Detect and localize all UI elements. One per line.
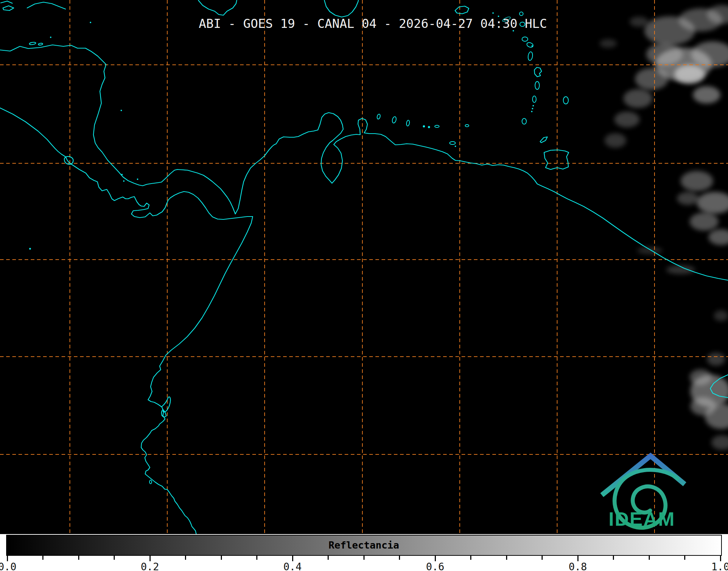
coastline: [0, 45, 728, 280]
coastline: [1, 1, 12, 3]
island-outline: [527, 51, 533, 60]
cloud-blob: [599, 39, 617, 48]
cloud-blob: [690, 213, 719, 231]
cloud-blob: [681, 171, 713, 191]
island-dot: [531, 111, 533, 112]
coastline: [324, 0, 358, 17]
island-outline: [406, 120, 410, 126]
colorbar-tick-minor: [649, 556, 650, 560]
island-outline: [533, 96, 536, 102]
colorbar-tick-major: [577, 556, 578, 561]
colorbar-footer: Reflectancia 0.00.20.40.60.81.0: [0, 534, 728, 571]
island-outline: [522, 118, 526, 124]
coastline: [0, 108, 253, 534]
cloud-blob: [646, 43, 682, 65]
island-dot: [121, 110, 122, 111]
colorbar-tick-label: 0.8: [569, 561, 587, 571]
colorbar-tick-minor: [221, 556, 222, 560]
cloud-blob: [693, 86, 720, 104]
cloud-blob: [677, 192, 699, 205]
island-outline: [535, 81, 539, 89]
island-dot: [428, 126, 430, 128]
satellite-map: ABI - GOES 19 - CANAL 04 - 2026-04-27 04…: [0, 0, 728, 534]
island-outline: [29, 42, 36, 45]
colorbar-tick-minor: [470, 556, 471, 560]
coastline: [161, 410, 166, 417]
island-outline: [519, 12, 523, 16]
colorbar-tick-major: [435, 556, 436, 561]
coastline: [198, 0, 237, 15]
colorbar-tick-minor: [506, 556, 507, 560]
island-dot: [455, 146, 456, 147]
coastline: [534, 67, 542, 77]
satellite-viewer: { "header": { "title": "ABI - GOES 19 - …: [0, 0, 728, 571]
colorbar-tick-label: 1.0: [711, 561, 728, 571]
cloud-blob: [697, 192, 728, 214]
colorbar-tick-minor: [256, 556, 257, 560]
colorbar-tick-major: [7, 556, 8, 561]
island-outline: [450, 142, 455, 144]
colorbar-tick-minor: [363, 556, 365, 560]
island-dot: [532, 108, 533, 109]
coastline: [544, 150, 569, 169]
colorbar-tick-major: [150, 556, 151, 561]
colorbar-tick-label: 0.4: [283, 561, 302, 571]
image-title: ABI - GOES 19 - CANAL 04 - 2026-04-27 04…: [199, 16, 547, 31]
cloud-blob: [635, 68, 668, 90]
colorbar-tick-major: [720, 556, 721, 561]
coastline: [540, 137, 547, 143]
cloud-layer: [599, 5, 728, 450]
colorbar-tick-minor: [542, 556, 543, 560]
island-dot: [123, 180, 125, 182]
cloud-blob: [605, 133, 626, 148]
island-outline: [435, 125, 439, 127]
island-outline: [150, 480, 152, 484]
island-dot: [531, 45, 533, 47]
cloud-blob: [623, 89, 652, 108]
colorbar-tick-minor: [613, 556, 614, 560]
coastline: [3, 6, 14, 11]
cloud-blob: [711, 435, 728, 450]
colorbar-tick-minor: [114, 556, 115, 560]
island-outline: [526, 42, 534, 48]
colorbar-tick-minor: [399, 556, 400, 560]
island-outline: [376, 114, 380, 119]
cloud-blob: [614, 112, 640, 127]
island-outline: [392, 116, 397, 123]
colorbar-tick-label: 0.2: [141, 561, 159, 571]
cloud-blob: [630, 17, 648, 27]
ideam-logo-text: IDEAM: [609, 509, 675, 529]
island-dot: [90, 22, 91, 23]
island-outline: [522, 37, 528, 41]
colorbar-tick-minor: [684, 556, 685, 560]
colorbar-tick-minor: [328, 556, 329, 560]
island-outline: [38, 43, 43, 46]
cloud-blob: [714, 310, 728, 321]
graticule-gridlines: [0, 0, 728, 534]
coastline: [455, 6, 469, 14]
colorbar-label: Reflectancia: [328, 539, 399, 551]
island-outline: [563, 97, 568, 104]
cloud-blob: [637, 247, 662, 254]
colorbar-tick-major: [292, 556, 293, 561]
colorbar-tick-minor: [185, 556, 186, 560]
island-dot: [50, 37, 51, 38]
island-dot: [492, 12, 494, 14]
cloud-blob: [674, 65, 705, 84]
cloud-blob: [690, 369, 711, 385]
cloud-blob: [708, 229, 728, 245]
coastline: [27, 2, 66, 9]
colorbar-tick-minor: [42, 556, 43, 560]
island-dot: [423, 125, 425, 127]
colorbar-tick-minor: [78, 556, 79, 560]
island-dot: [121, 174, 123, 175]
coastline-layer: [0, 0, 728, 534]
island-dot: [137, 179, 138, 180]
island-dot: [533, 105, 534, 106]
cloud-blob: [690, 397, 716, 415]
island-outline: [465, 125, 469, 127]
island-dot: [29, 248, 31, 250]
colorbar-tick-label: 0.6: [426, 561, 445, 571]
cloud-blob: [707, 353, 725, 366]
colorbar-tick-label: 0.0: [0, 561, 16, 571]
